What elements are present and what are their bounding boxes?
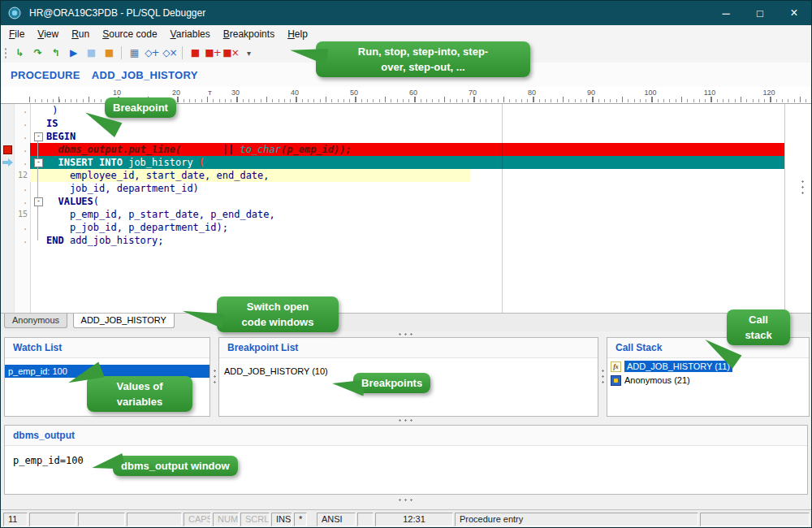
- code-line[interactable]: BEGIN: [30, 130, 784, 143]
- close-button[interactable]: ×: [777, 1, 811, 25]
- grip-dots-icon: [602, 368, 604, 386]
- code-segment: INSERT INTO: [58, 157, 128, 168]
- fold-guide-line: [37, 138, 38, 240]
- status-empty: [29, 513, 76, 526]
- break-button[interactable]: ■: [100, 45, 118, 61]
- code-segment: [46, 144, 58, 155]
- code-segment: [181, 144, 222, 155]
- stop-button[interactable]: ■: [82, 45, 100, 61]
- call-stack-item-label: Anonymous (21): [624, 374, 690, 386]
- ruler-number: 70: [460, 89, 485, 97]
- step-into-button[interactable]: ↳: [11, 45, 28, 61]
- grip-dots-icon: [397, 333, 415, 335]
- code-line[interactable]: p_emp_id, p_start_date, p_end_date,: [30, 208, 784, 221]
- ruler-number: 10: [105, 89, 129, 97]
- code-line[interactable]: job_id, department_id): [30, 182, 784, 195]
- callout-variables-annotation: Values of variables: [87, 376, 192, 412]
- menu-variables[interactable]: Variables: [164, 26, 217, 42]
- code-segment: BEGIN: [46, 131, 76, 142]
- step-over-icon: ↷: [33, 47, 41, 58]
- minimize-button[interactable]: ─: [709, 1, 743, 25]
- call-stack-item[interactable]: Anonymous (21): [607, 374, 809, 386]
- ruler-number: 30: [223, 89, 248, 97]
- status-charset: ANSI: [317, 513, 356, 526]
- remove-watch-button[interactable]: ◇×: [161, 45, 179, 61]
- editor-side-splitter[interactable]: [798, 147, 806, 228]
- code-line[interactable]: employee_id, start_date, end_date,: [30, 169, 470, 182]
- code-line[interactable]: IS: [30, 117, 784, 130]
- code-line[interactable]: INSERT INTO job_history (: [30, 156, 784, 169]
- menu-view[interactable]: View: [31, 26, 65, 42]
- code-line[interactable]: p_job_id, p_department_id);: [30, 221, 784, 234]
- menu-help[interactable]: Help: [281, 26, 314, 42]
- status-insert-mode: INS: [271, 513, 292, 526]
- toolbar-more-button[interactable]: ▾: [240, 45, 257, 61]
- step-over-button[interactable]: ↷: [28, 45, 46, 61]
- status-scrl: SCRL: [240, 513, 270, 526]
- code-segment: [46, 196, 58, 207]
- menu-run[interactable]: Run: [65, 26, 96, 42]
- menu-file[interactable]: File: [2, 26, 31, 42]
- toggle-breakpoint-button[interactable]: ■: [186, 45, 204, 61]
- grip-dots-icon: [801, 179, 804, 197]
- code-segment: END: [46, 235, 64, 246]
- maximize-button[interactable]: □: [743, 1, 777, 25]
- add-breakpoint-button[interactable]: ■+: [204, 45, 222, 61]
- code-segment: p_emp_id, p_start_date, p_end_date,: [46, 209, 275, 220]
- call-stack-item[interactable]: fx ADD_JOB_HISTORY (11): [607, 361, 809, 372]
- code-segment: p_job_id, p_department_id);: [46, 222, 228, 233]
- fold-toggle-icon[interactable]: -: [34, 197, 43, 206]
- code-area[interactable]: )ISBEGIN- dbms_output.put_line( || to_ch…: [1, 104, 811, 313]
- toolbar-separator: [121, 46, 122, 59]
- remove-watch-icon: ◇×: [162, 47, 176, 58]
- step-into-icon: ↳: [15, 47, 23, 58]
- call-stack-item-label: ADD_JOB_HISTORY (11): [624, 361, 732, 372]
- ruler-number: 80: [520, 89, 544, 97]
- fold-toggle-icon[interactable]: -: [34, 132, 43, 141]
- panel-splitter[interactable]: [598, 337, 607, 417]
- run-icon: ▶: [70, 47, 76, 58]
- toggle-breakpoint-icon: ■: [191, 47, 199, 58]
- status-line-number: 11: [3, 513, 28, 526]
- evaluate-button[interactable]: ▦: [125, 45, 143, 61]
- ruler-number: 20: [164, 89, 188, 97]
- ruler-number: 40: [283, 89, 307, 97]
- code-line[interactable]: dbms_output.put_line( || to_char(p_emp_i…: [30, 143, 784, 156]
- delete-breakpoint-button[interactable]: ■×: [222, 45, 240, 61]
- code-segment: job_id, department_id): [46, 183, 199, 194]
- add-watch-button[interactable]: ◇+: [143, 45, 161, 61]
- status-empty: [78, 513, 125, 526]
- menu-source-code[interactable]: Source code: [96, 26, 163, 42]
- code-segment: (p_emp_id));: [281, 144, 352, 155]
- horizontal-splitter[interactable]: [1, 496, 811, 503]
- stop-icon: ■: [87, 47, 95, 58]
- ruler-number: 60: [401, 89, 425, 97]
- add-watch-icon: ◇+: [145, 47, 158, 58]
- ruler-number: 110: [698, 89, 722, 97]
- horizontal-splitter[interactable]: [1, 417, 811, 423]
- callout-breakpoints-annotation: Breakpoints: [353, 373, 430, 393]
- tab-stop-marker: T: [208, 89, 212, 97]
- plsql-debugger-window: HR@ORA19C3PDB - PL/SQL Debugger ─ □ × Fi…: [0, 0, 812, 528]
- dbms-output-title: dbms_output: [5, 426, 807, 446]
- status-modified: *: [294, 513, 307, 526]
- menu-breakpoints[interactable]: Breakpoints: [217, 26, 281, 42]
- panel-splitter[interactable]: [210, 337, 218, 417]
- step-out-button[interactable]: ↰: [46, 45, 64, 61]
- code-editor[interactable]: 10 20 30 40 50 60 70 80 90 100 110 120 T…: [1, 87, 811, 313]
- horizontal-splitter[interactable]: [1, 331, 811, 337]
- fold-toggle-icon[interactable]: -: [34, 158, 43, 167]
- code-line[interactable]: VALUES(: [30, 195, 784, 208]
- tab-add-job-history[interactable]: ADD_JOB_HISTORY: [73, 314, 175, 328]
- anonymous-block-icon: [611, 375, 621, 386]
- code-line[interactable]: END add_job_history;: [30, 234, 784, 247]
- run-button[interactable]: ▶: [64, 45, 82, 61]
- status-empty: [127, 513, 182, 526]
- grip-dots-icon: [397, 499, 415, 501]
- toolbar-grip[interactable]: [4, 47, 7, 59]
- delete-breakpoint-icon: ■×: [222, 47, 238, 58]
- callout-breakpoint-annotation: Breakpoint: [105, 97, 176, 118]
- breakpoint-list-title: Breakpoint List: [219, 338, 598, 358]
- tab-anonymous[interactable]: Anonymous: [4, 314, 67, 328]
- code-segment: employee_id, start_date, end_date,: [46, 170, 270, 181]
